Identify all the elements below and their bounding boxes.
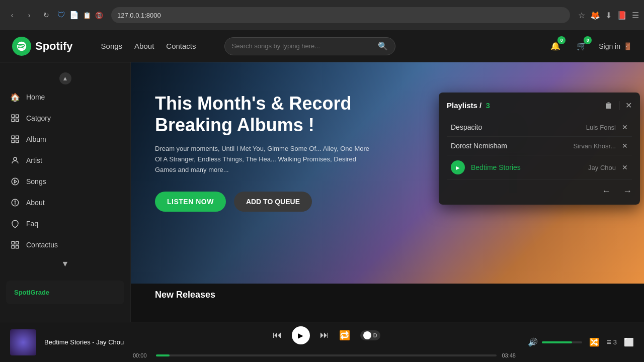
playlist-prev-button[interactable]: ←: [602, 186, 611, 197]
svg-rect-1: [16, 115, 19, 117]
sidebar-scroll-down[interactable]: ▼: [0, 255, 130, 273]
toggle-circle: [363, 331, 371, 339]
svg-rect-7: [16, 140, 19, 143]
repeat-button[interactable]: 🔁: [339, 330, 350, 341]
hero-description: Dream your moments, Until I Met You, Gim…: [155, 144, 376, 175]
playlist-next-button[interactable]: →: [623, 186, 632, 197]
progress-bar[interactable]: 00:00 03:48: [133, 352, 520, 358]
play-pause-button[interactable]: ▶: [292, 326, 310, 344]
sidebar-item-category[interactable]: Catgory: [0, 108, 130, 129]
current-time: 00:00: [133, 352, 151, 358]
remove-song-1-button[interactable]: ✕: [622, 123, 628, 131]
remove-song-2-button[interactable]: ✕: [622, 142, 628, 150]
toggle-label: D: [373, 332, 377, 338]
sync-icon[interactable]: ⬇: [605, 11, 612, 20]
volume-track[interactable]: [542, 341, 582, 343]
add-to-queue-button[interactable]: ADD TO QUEUE: [234, 192, 312, 212]
bookmark-icon[interactable]: ☆: [578, 11, 585, 20]
remove-song-3-button[interactable]: ✕: [622, 163, 628, 171]
auto-play-toggle[interactable]: D: [360, 330, 380, 340]
playlist-header: Playlists / 3 🗑 ✕: [447, 101, 632, 110]
playlist-item-2: Dorost Nemisham Sirvan Khosr... ✕: [447, 137, 632, 155]
next-button[interactable]: ⏭: [320, 330, 329, 340]
nav-contacts[interactable]: Contacts: [166, 42, 196, 50]
sign-in-button[interactable]: Sign in 🚪: [599, 42, 632, 50]
sidebar-item-artist[interactable]: Artist: [0, 150, 130, 171]
svg-point-9: [12, 178, 19, 185]
shield-icon: 🛡: [57, 11, 65, 20]
album-art-image: [10, 329, 36, 355]
refresh-button[interactable]: ↻: [39, 8, 53, 22]
sidebar-label-album: Album: [26, 135, 46, 143]
svg-rect-15: [16, 241, 19, 244]
svg-rect-14: [12, 241, 14, 244]
content-area: This Month's & Record Breaking Albums ! …: [131, 62, 644, 322]
artist-name-1: Luis Fonsi: [586, 124, 616, 131]
profile-icon[interactable]: 🦊: [590, 11, 600, 20]
album-art: [10, 329, 36, 355]
playlist-header-icons: 🗑 ✕: [605, 101, 632, 110]
spotify-logo-icon: [12, 37, 31, 56]
sidebar-item-home[interactable]: 🏠 Home: [0, 86, 130, 108]
volume-control: 🔊: [528, 337, 582, 347]
url-text: 127.0.0.1:8000: [117, 12, 161, 19]
page-icon: 📄: [69, 11, 79, 20]
listen-now-button[interactable]: LISTEN NOW: [155, 192, 226, 212]
shuffle-button[interactable]: 🔀: [589, 337, 599, 347]
svg-rect-6: [12, 140, 14, 143]
spotigrade-card: SpotiGrade: [6, 281, 124, 304]
back-button[interactable]: ‹: [5, 8, 19, 22]
playlist-popup: Playlists / 3 🗑 ✕ Despacito Luis Fonsi: [439, 93, 640, 205]
contactus-icon: [10, 240, 20, 250]
nav-songs[interactable]: Songs: [101, 42, 123, 50]
svg-rect-2: [12, 119, 14, 122]
sidebar-label-home: Home: [26, 93, 45, 101]
playlist-delete-button[interactable]: 🗑: [605, 101, 613, 110]
progress-track[interactable]: [156, 354, 497, 356]
songs-icon: [10, 176, 20, 187]
new-releases-title: New Releases: [155, 290, 215, 300]
search-input[interactable]: [232, 42, 374, 50]
sidebar-item-about[interactable]: About: [0, 192, 130, 213]
sidebar-item-contactus[interactable]: Contactus: [0, 234, 130, 255]
sidebar: ▲ 🏠 Home Catgory: [0, 62, 131, 322]
nav-links: Songs About Contacts: [101, 42, 196, 50]
notifications-button[interactable]: 🔔 0: [546, 37, 565, 55]
menu-icon[interactable]: ☰: [632, 11, 639, 20]
fullscreen-button[interactable]: ⬜: [624, 337, 634, 347]
sidebar-scroll-up[interactable]: ▲: [59, 72, 71, 84]
search-icon: 🔍: [378, 41, 388, 51]
notifications-badge: 0: [557, 36, 566, 44]
playlist-close-button[interactable]: ✕: [625, 101, 632, 110]
sidebar-label-contactus: Contactus: [26, 241, 58, 249]
search-bar[interactable]: 🔍: [224, 37, 395, 55]
home-icon: 🏠: [10, 92, 20, 102]
logo-text: Spotify: [35, 40, 73, 53]
new-releases-section: New Releases: [131, 284, 644, 306]
song-name-3: Bedtime Stories: [471, 163, 582, 171]
sidebar-item-songs[interactable]: Songs: [0, 171, 130, 192]
sign-in-label: Sign in: [599, 42, 620, 50]
svg-rect-16: [12, 246, 14, 248]
queue-count: ≡ 3: [606, 338, 617, 347]
address-bar[interactable]: 127.0.0.1:8000: [111, 7, 570, 23]
playlist-item-1: Despacito Luis Fonsi ✕: [447, 118, 632, 137]
volume-icon[interactable]: 🔊: [528, 337, 538, 347]
playlist-item-3: ▶ Bedtime Stories Jay Chou ✕: [447, 155, 632, 180]
svg-rect-0: [12, 115, 14, 117]
nav-about[interactable]: About: [134, 42, 154, 50]
playback-controls: ⏮ ▶ ⏭ 🔁 D 00:00 03:48: [133, 326, 520, 358]
now-playing-indicator: ▶: [451, 160, 465, 174]
artist-name-2: Sirvan Khosr...: [573, 142, 616, 150]
previous-button[interactable]: ⏮: [273, 330, 282, 340]
playlist-footer: ← →: [447, 186, 632, 197]
sidebar-item-faq[interactable]: Faq: [0, 213, 130, 234]
reader-icon[interactable]: 📕: [617, 11, 627, 20]
sidebar-label-category: Catgory: [26, 114, 51, 122]
progress-fill: [156, 354, 170, 356]
cart-button[interactable]: 🛒 0: [573, 37, 591, 55]
forward-button[interactable]: ›: [22, 8, 36, 22]
sidebar-item-album[interactable]: Album: [0, 129, 130, 150]
svg-rect-5: [16, 136, 19, 138]
now-playing-song: Bedtime Stories - Jay Chou: [44, 338, 125, 346]
